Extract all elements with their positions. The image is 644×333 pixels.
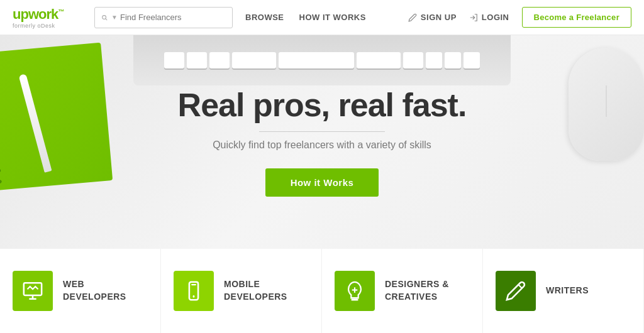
web-dev-icon-box	[13, 271, 53, 311]
hero-section: Real pros, real fast. Quickly find top f…	[0, 35, 644, 249]
hero-content: Real pros, real fast. Quickly find top f…	[178, 87, 467, 196]
login-icon	[469, 13, 478, 22]
notebook-decoration	[0, 43, 113, 192]
signup-button[interactable]: SIGN UP	[408, 13, 457, 22]
hero-divider	[259, 131, 385, 132]
design-icon	[344, 280, 365, 302]
hero-subtitle: Quickly find top freelancers with a vari…	[178, 139, 467, 151]
login-button[interactable]: LOGIN	[469, 13, 509, 22]
writers-icon-box	[496, 271, 536, 311]
category-designers-creatives[interactable]: DESIGNERS & CREATIVES	[322, 249, 483, 333]
pencil-icon	[408, 13, 417, 22]
svg-point-0	[103, 15, 106, 19]
nav-browse[interactable]: BROWSE	[245, 13, 284, 22]
category-mobile-developers[interactable]: MOBILE DEVELOPERS	[161, 249, 322, 333]
mobile-icon	[183, 280, 204, 302]
logo-brand: upwork™	[13, 6, 82, 23]
navbar: upwork™ formerly oDesk ▼ BROWSE HOW IT W…	[0, 0, 644, 35]
design-icon-box	[335, 271, 375, 311]
mouse-decoration	[569, 48, 644, 161]
writers-label: WRITERS	[546, 285, 589, 297]
search-dropdown-arrow[interactable]: ▼	[111, 14, 118, 21]
monitor-icon	[22, 280, 43, 302]
notebook-spiral	[0, 58, 2, 184]
nav-links: BROWSE HOW IT WORKS	[245, 13, 408, 22]
mobile-dev-icon-box	[174, 271, 214, 311]
nav-actions: SIGN UP LOGIN Become a Freelancer	[408, 7, 631, 28]
categories-section: WEB DEVELOPERS MOBILE DEVELOPERS	[0, 249, 644, 333]
designers-label: DESIGNERS & CREATIVES	[385, 278, 449, 303]
search-bar[interactable]: ▼	[94, 7, 233, 28]
search-input[interactable]	[120, 13, 226, 22]
search-icon	[101, 13, 108, 22]
category-web-developers[interactable]: WEB DEVELOPERS	[0, 249, 161, 333]
mouse-scroll-line	[606, 85, 607, 117]
svg-line-12	[518, 285, 522, 288]
hero-title: Real pros, real fast.	[178, 87, 467, 123]
keyboard-decoration	[133, 35, 511, 85]
logo-formerly: formerly oDesk	[13, 23, 82, 29]
mobile-dev-label: MOBILE DEVELOPERS	[224, 278, 287, 303]
svg-line-1	[106, 18, 107, 19]
nav-how-it-works[interactable]: HOW IT WORKS	[299, 13, 366, 22]
category-writers[interactable]: WRITERS	[483, 249, 644, 333]
become-freelancer-button[interactable]: Become a Freelancer	[522, 7, 632, 28]
logo: upwork™ formerly oDesk	[13, 6, 82, 29]
hero-cta-button[interactable]: How it Works	[265, 168, 379, 197]
web-dev-label: WEB DEVELOPERS	[63, 278, 126, 303]
writer-pencil-icon	[505, 280, 526, 302]
